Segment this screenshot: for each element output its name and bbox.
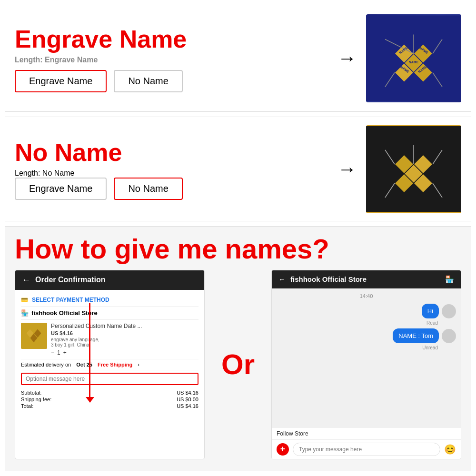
order-title: Order Confirmation (35, 276, 106, 284)
chat-body: 14:40 Hi Read NAME : Tom Unread (272, 288, 461, 428)
follow-store-label: Follow Store (277, 430, 308, 437)
totals-section: Subtotal: US $4.16 Shipping fee: US $0.0… (21, 387, 198, 411)
subtotal-row: Subtotal: US $4.16 (21, 389, 198, 396)
length-key: Length: (15, 56, 43, 64)
product-image-1: NAME NAME NAME NAME NAME (366, 14, 461, 102)
qty-control: − 1 + (51, 349, 198, 356)
order-back-icon[interactable]: ← (22, 275, 30, 285)
delivery-row: Estimated delivery on Oct 25 Free Shippi… (21, 359, 198, 370)
order-panel: ← Order Confirmation 💳 SELECT PAYMENT ME… (15, 270, 205, 459)
chat-input-row: + 😊 (272, 440, 461, 459)
no-name-btn-2[interactable]: No Name (114, 178, 182, 200)
total-value: US $4.16 (177, 403, 198, 409)
section-no-name: No Name Length: No Name Engrave Name No … (5, 117, 471, 221)
engrave-name-btn-1[interactable]: Engrave Name (15, 70, 107, 92)
engrave-name-btn-2[interactable]: Engrave Name (15, 178, 107, 200)
section2-length: Length: No Name (15, 169, 328, 178)
order-header: ← Order Confirmation (15, 270, 204, 290)
product-image-2 (366, 125, 461, 213)
payment-row: 💳 SELECT PAYMENT METHOD (21, 294, 198, 307)
user-avatar-2 (442, 329, 456, 343)
subtotal-label: Subtotal: (21, 390, 41, 396)
chat-back-icon[interactable]: ← (278, 275, 286, 283)
product-row: Personalized Custom Name Date ... US $4.… (21, 320, 198, 359)
chat-store-name: fishhook Official Store (290, 275, 367, 283)
msg-hi-row: Hi (277, 304, 456, 318)
chat-plus-btn[interactable]: + (277, 443, 289, 456)
no-name-btn-1[interactable]: No Name (114, 70, 182, 92)
free-shipping-label: Free Shipping (98, 362, 132, 367)
store-icon: 🏪 (21, 309, 29, 317)
total-label: Total: (21, 403, 33, 409)
note-to-seller-row[interactable] (21, 373, 198, 385)
shipping-label: Shipping fee: (21, 397, 51, 402)
delivery-text: Estimated delivery on (21, 362, 71, 367)
shipping-row: Shipping fee: US $0.00 (21, 396, 198, 403)
section3-content: ← Order Confirmation 💳 SELECT PAYMENT ME… (15, 270, 461, 459)
section1-length: Length: Engrave Name (15, 56, 328, 64)
chat-message-input[interactable] (293, 443, 440, 456)
product-price: US $4.16 (51, 330, 198, 336)
product-thumb (21, 323, 47, 349)
payment-label: SELECT PAYMENT METHOD (32, 297, 109, 303)
chat-store-icon: 🏪 (445, 275, 454, 284)
length-val-2: No Name (42, 169, 75, 177)
order-body: 💳 SELECT PAYMENT METHOD 🏪 fishhook Offic… (15, 290, 204, 459)
section2-left: No Name Length: No Name Engrave Name No … (15, 138, 328, 200)
emoji-btn[interactable]: 😊 (444, 444, 456, 455)
red-arrow-note (89, 303, 90, 398)
section1-btn-group: Engrave Name No Name (15, 70, 328, 92)
subtotal-value: US $4.16 (177, 390, 198, 396)
chat-panel: ← fishhook Official Store 🏪 14:40 Hi Rea… (271, 270, 461, 459)
total-row: Total: US $4.16 (21, 403, 198, 409)
length-val: Engrave Name (45, 56, 98, 64)
product-details-2: 3 boy 1 girl, China (51, 342, 198, 347)
msg-hi-bubble: Hi (422, 304, 439, 318)
store-row: 🏪 fishhook Official Store (21, 307, 198, 320)
qty-minus[interactable]: − (51, 349, 54, 356)
chat-header: ← fishhook Official Store 🏪 (272, 270, 461, 288)
section-engrave-name: Engrave Name Length: Engrave Name Engrav… (5, 5, 471, 112)
note-input[interactable] (26, 376, 194, 382)
shipping-value: US $0.00 (177, 397, 198, 402)
read-label: Read (277, 320, 456, 326)
msg-name-bubble: NAME : Tom (393, 328, 439, 343)
section2-btn-group: Engrave Name No Name (15, 178, 328, 200)
msg-name-row: NAME : Tom (277, 328, 456, 343)
or-text: Or (214, 270, 262, 459)
follow-store-row: Follow Store (272, 428, 461, 440)
product-info: Personalized Custom Name Date ... US $4.… (51, 323, 198, 356)
section1-title: Engrave Name (15, 25, 328, 53)
arrow-right-2: → (337, 159, 357, 180)
user-avatar-1 (442, 304, 456, 318)
section1-left: Engrave Name Length: Engrave Name Engrav… (15, 25, 328, 92)
store-name: fishhook Official Store (31, 309, 98, 317)
delivery-arrow: › (138, 362, 139, 367)
product-name: Personalized Custom Name Date ... (51, 323, 198, 329)
product-details-1: engrave any language, (51, 337, 198, 342)
section-how-to: How to give me names? ← Order Confirmati… (5, 226, 471, 471)
chat-timestamp: 14:40 (277, 293, 456, 299)
qty-plus[interactable]: + (63, 349, 67, 356)
payment-icon: 💳 (21, 297, 28, 303)
arrow-right-1: → (337, 48, 357, 69)
svg-text:NAME: NAME (409, 60, 419, 64)
qty-value: 1 (57, 349, 60, 356)
section3-title: How to give me names? (15, 234, 461, 264)
section2-title: No Name (15, 138, 328, 167)
unread-label: Unread (277, 345, 456, 350)
length-key-2: Length: (15, 169, 40, 177)
